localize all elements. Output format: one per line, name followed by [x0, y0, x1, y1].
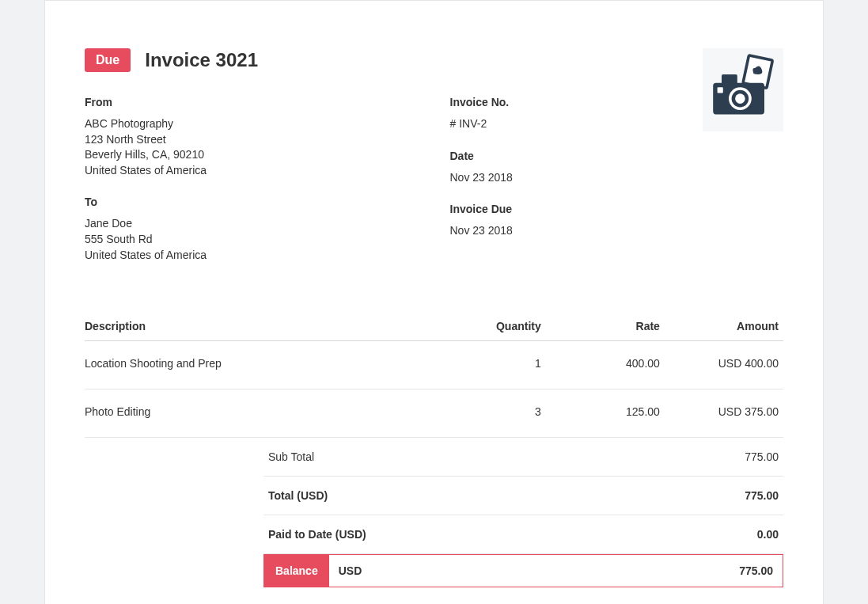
to-label: To — [85, 196, 434, 208]
total-label: Total (USD) — [268, 489, 328, 502]
from-line2: Beverly Hills, CA, 90210 — [85, 147, 434, 163]
invoice-card: Due Invoice 3021 From ABC Photograp — [44, 0, 824, 604]
cell-amount: USD 400.00 — [665, 341, 783, 389]
cell-description: Photo Editing — [85, 389, 434, 438]
balance-row: Balance USD 775.00 — [263, 554, 783, 587]
subtotal-row: Sub Total 775.00 — [263, 438, 783, 477]
date-block: Date Nov 23 2018 — [450, 150, 784, 186]
balance-label: Balance — [264, 555, 329, 587]
paid-row: Paid to Date (USD) 0.00 — [263, 515, 783, 554]
date-value: Nov 23 2018 — [450, 170, 784, 186]
due-value: Nov 23 2018 — [450, 223, 784, 239]
paid-label: Paid to Date (USD) — [268, 528, 366, 541]
invoice-header: Due Invoice 3021 — [85, 48, 783, 72]
due-block: Invoice Due Nov 23 2018 — [450, 203, 784, 239]
logo-icon — [703, 48, 783, 131]
cell-quantity: 3 — [434, 389, 546, 438]
totals-section: Sub Total 775.00 Total (USD) 775.00 Paid… — [263, 438, 783, 587]
table-row: Photo Editing 3 125.00 USD 375.00 — [85, 389, 783, 438]
paid-value: 0.00 — [757, 528, 779, 541]
total-value: 775.00 — [745, 489, 779, 502]
svg-rect-6 — [718, 87, 723, 93]
status-badge: Due — [85, 48, 131, 72]
to-line1: 555 South Rd — [85, 232, 434, 248]
items-table: Description Quantity Rate Amount Locatio… — [85, 320, 783, 438]
date-label: Date — [450, 150, 784, 162]
to-line2: United States of America — [85, 248, 434, 264]
cell-rate: 125.00 — [546, 389, 665, 438]
svg-rect-2 — [722, 74, 737, 85]
from-block: From ABC Photography 123 North Street Be… — [85, 96, 434, 178]
cell-description: Location Shooting and Prep — [85, 341, 434, 389]
from-line3: United States of America — [85, 163, 434, 179]
from-label: From — [85, 96, 434, 108]
th-rate: Rate — [546, 320, 665, 341]
invoice-title: Invoice 3021 — [145, 49, 258, 71]
to-block: To Jane Doe 555 South Rd United States o… — [85, 196, 434, 263]
th-quantity: Quantity — [434, 320, 546, 341]
cell-rate: 400.00 — [546, 341, 665, 389]
cell-amount: USD 375.00 — [665, 389, 783, 438]
balance-currency: USD — [329, 555, 730, 587]
svg-point-5 — [735, 93, 745, 104]
due-label: Invoice Due — [450, 203, 784, 215]
total-row: Total (USD) 775.00 — [263, 477, 783, 515]
th-amount: Amount — [665, 320, 783, 341]
to-name: Jane Doe — [85, 216, 434, 232]
from-name: ABC Photography — [85, 116, 434, 132]
from-line1: 123 North Street — [85, 132, 434, 148]
cell-quantity: 1 — [434, 341, 546, 389]
balance-value: 775.00 — [730, 555, 783, 587]
subtotal-label: Sub Total — [268, 450, 314, 463]
th-description: Description — [85, 320, 434, 341]
subtotal-value: 775.00 — [745, 450, 779, 463]
info-grid: From ABC Photography 123 North Street Be… — [85, 96, 783, 280]
table-row: Location Shooting and Prep 1 400.00 USD … — [85, 341, 783, 389]
